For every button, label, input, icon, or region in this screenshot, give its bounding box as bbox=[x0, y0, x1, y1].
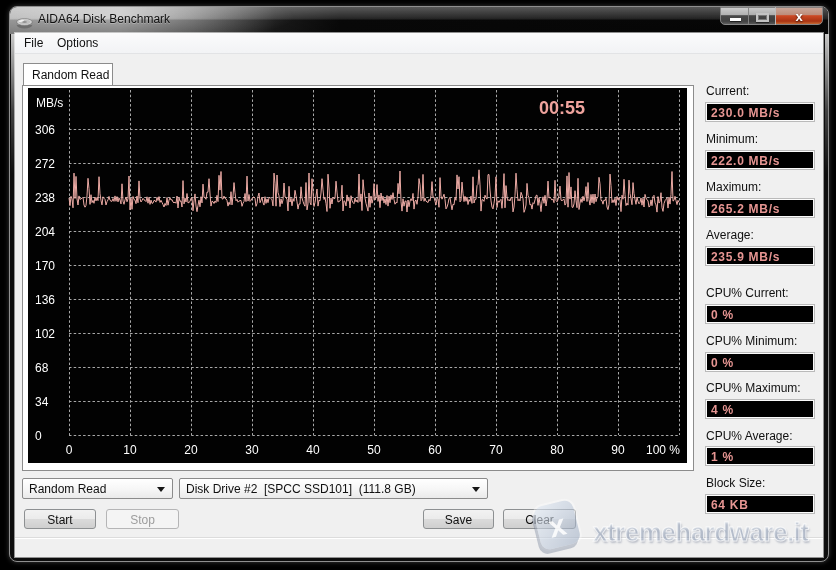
svg-text:238: 238 bbox=[35, 191, 55, 205]
svg-text:30: 30 bbox=[245, 443, 259, 457]
svg-text:00:55: 00:55 bbox=[539, 98, 585, 118]
svg-text:34: 34 bbox=[35, 395, 49, 409]
svg-text:40: 40 bbox=[306, 443, 320, 457]
svg-text:68: 68 bbox=[35, 361, 49, 375]
svg-text:10: 10 bbox=[123, 443, 137, 457]
svg-text:0: 0 bbox=[66, 443, 73, 457]
svg-text:70: 70 bbox=[489, 443, 503, 457]
svg-text:MB/s: MB/s bbox=[36, 96, 63, 110]
svg-text:170: 170 bbox=[35, 259, 55, 273]
svg-text:102: 102 bbox=[35, 327, 55, 341]
svg-text:100 %: 100 % bbox=[646, 443, 680, 457]
svg-text:90: 90 bbox=[611, 443, 625, 457]
svg-text:20: 20 bbox=[184, 443, 198, 457]
svg-text:272: 272 bbox=[35, 157, 55, 171]
svg-text:80: 80 bbox=[550, 443, 564, 457]
svg-text:0: 0 bbox=[35, 429, 42, 443]
svg-text:50: 50 bbox=[367, 443, 381, 457]
svg-text:60: 60 bbox=[428, 443, 442, 457]
svg-text:204: 204 bbox=[35, 225, 55, 239]
svg-text:136: 136 bbox=[35, 293, 55, 307]
svg-text:306: 306 bbox=[35, 123, 55, 137]
